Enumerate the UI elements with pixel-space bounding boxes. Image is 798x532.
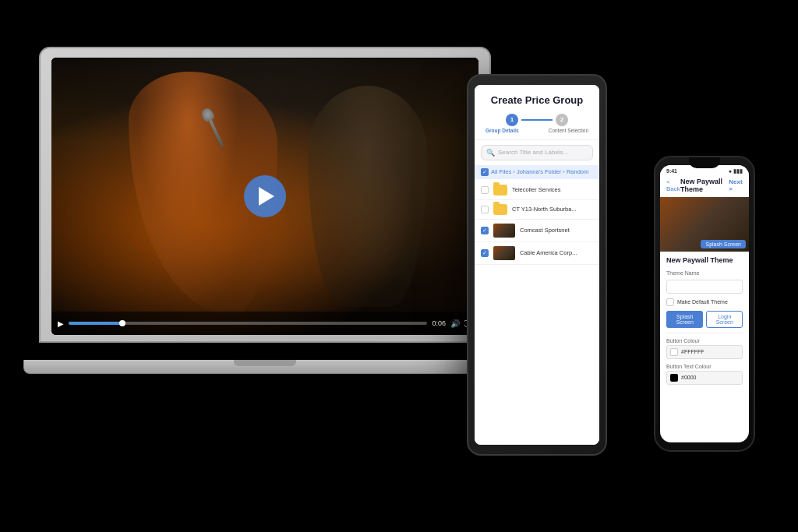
table-row[interactable]: Comcast Sportsnet <box>475 220 599 242</box>
play-icon <box>259 187 274 206</box>
step-labels: Group Details Content Selection <box>482 126 591 133</box>
button-colour-field: Button Colour #FFFFFF <box>666 338 743 359</box>
tablet-header: Create Price Group 1 2 Group Details Con… <box>475 85 599 140</box>
phone-screen: 9:41 ● ▮▮▮ < Back New Paywall Theme Next… <box>660 165 749 442</box>
time-display: 0:06 <box>432 319 446 327</box>
file-name-1: Telecoller Services <box>512 186 593 193</box>
step-1-circle: 1 <box>506 114 518 126</box>
play-button[interactable] <box>244 175 286 217</box>
progress-thumb <box>119 320 125 326</box>
laptop: ▶ 0:06 🔊 ⛶ <box>39 47 491 374</box>
laptop-screen: ▶ 0:06 🔊 ⛶ <box>51 58 478 335</box>
tablet-screen: Create Price Group 1 2 Group Details Con… <box>475 85 599 445</box>
default-theme-row: Make Default Theme <box>666 298 743 306</box>
phone-notch <box>689 157 720 168</box>
video-frame: ▶ 0:06 🔊 ⛶ <box>51 58 478 335</box>
file-name-4: Cable America Corp... <box>520 249 593 256</box>
default-theme-label: Make Default Theme <box>677 299 728 305</box>
phone: 9:41 ● ▮▮▮ < Back New Paywall Theme Next… <box>654 156 755 452</box>
search-placeholder: Search Title and Labels... <box>498 149 568 156</box>
file-list: Telecoller Services CT Y13-North Suburba… <box>475 181 599 265</box>
screen-type-buttons: Splash Screen Login Screen <box>666 311 743 328</box>
file-name-3: Comcast Sportsnet <box>520 227 593 234</box>
button-colour-value: #FFFFFF <box>681 349 704 354</box>
progress-bar[interactable] <box>69 322 427 325</box>
tablet-content: Create Price Group 1 2 Group Details Con… <box>475 85 599 445</box>
phone-video-thumbnail: Splash Screen <box>660 197 749 252</box>
phone-form: New Paywall Theme Theme Name Make Defaul… <box>660 252 749 442</box>
status-icons: ● ▮▮▮ <box>729 168 743 174</box>
row-checkbox-1[interactable] <box>481 186 489 194</box>
button-text-colour-value: #0000 <box>681 375 696 380</box>
theme-name-input[interactable] <box>666 280 743 294</box>
login-screen-button[interactable]: Login Screen <box>706 311 743 328</box>
phone-content: 9:41 ● ▮▮▮ < Back New Paywall Theme Next… <box>660 165 749 442</box>
step-2-circle: 2 <box>556 114 568 126</box>
video-thumbnail <box>493 246 515 260</box>
stepper: 1 2 <box>482 114 591 126</box>
button-colour-input[interactable]: #FFFFFF <box>666 345 743 359</box>
row-checkbox-4[interactable] <box>481 249 489 257</box>
scene: ▶ 0:06 🔊 ⛶ Creat <box>0 0 798 532</box>
breadcrumb-text: All Files › Johanna's Folder › Random <box>491 168 588 175</box>
button-text-colour-label: Button Text Colour <box>666 364 743 369</box>
form-divider <box>666 333 743 333</box>
video-cta[interactable]: Splash Screen <box>701 240 746 248</box>
tablet: Create Price Group 1 2 Group Details Con… <box>467 74 607 456</box>
splash-screen-button[interactable]: Splash Screen <box>666 311 703 328</box>
laptop-base <box>23 360 507 374</box>
button-text-colour-field: Button Text Colour #0000 <box>666 364 743 385</box>
table-row[interactable]: Telecoller Services <box>475 181 599 200</box>
table-row[interactable]: Cable America Corp... <box>475 242 599 265</box>
button-colour-label: Button Colour <box>666 338 743 344</box>
button-text-colour-swatch <box>670 374 678 382</box>
row-checkbox-2[interactable] <box>481 206 489 213</box>
phone-header: < Back New Paywall Theme Next > <box>660 176 749 197</box>
video-thumbnail <box>493 224 515 238</box>
form-title: New Paywall Theme <box>666 256 743 264</box>
breadcrumb-row: ✓ All Files › Johanna's Folder › Random <box>475 165 599 179</box>
musician-figure <box>308 86 427 308</box>
button-colour-swatch <box>670 348 678 356</box>
step-line <box>521 119 553 121</box>
video-controls: ▶ 0:06 🔊 ⛶ <box>51 312 478 335</box>
back-button[interactable]: < Back <box>666 178 680 192</box>
default-theme-checkbox[interactable] <box>666 298 674 306</box>
tablet-search-bar[interactable]: 🔍 Search Title and Labels... <box>481 145 593 160</box>
progress-fill <box>69 322 122 325</box>
button-text-colour-input[interactable]: #0000 <box>666 371 743 385</box>
laptop-body: ▶ 0:06 🔊 ⛶ <box>39 47 491 343</box>
tablet-title: Create Price Group <box>482 94 591 107</box>
breadcrumb-checkbox[interactable]: ✓ <box>481 168 489 176</box>
next-button[interactable]: Next > <box>729 178 743 192</box>
step-2-label: Content Selection <box>549 128 588 133</box>
search-icon: 🔍 <box>486 149 495 157</box>
row-checkbox-3[interactable] <box>481 227 489 234</box>
folder-icon <box>493 185 507 196</box>
step-1-label: Group Details <box>486 128 519 133</box>
theme-name-field: Theme Name <box>666 270 743 294</box>
table-row[interactable]: CT Y13-North Suburba... <box>475 200 599 220</box>
status-time: 9:41 <box>666 168 677 174</box>
check-icon: ✓ <box>482 169 487 175</box>
volume-icon[interactable]: 🔊 <box>450 319 460 328</box>
phone-header-title: New Paywall Theme <box>680 178 729 193</box>
laptop-notch <box>234 360 296 366</box>
file-name-2: CT Y13-North Suburba... <box>512 206 593 213</box>
theme-name-label: Theme Name <box>666 270 743 276</box>
video-play-icon[interactable]: ▶ <box>58 319 64 328</box>
folder-icon <box>493 204 507 215</box>
